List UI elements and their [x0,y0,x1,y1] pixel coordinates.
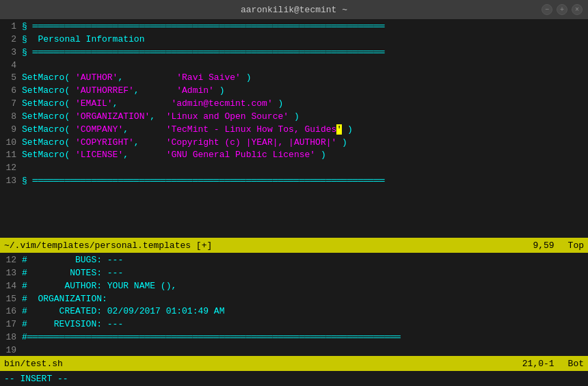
line-number: 7 [0,98,22,111]
bottom-status-scroll: Bot [568,359,584,369]
line-number: 3 [0,46,22,59]
line-content: SetMacro( 'COPYRIGHT', 'Copyright (c) |Y… [22,137,588,150]
line-content: § ══════════════════════════════════════… [22,175,588,188]
line-number: 6 [0,85,22,98]
table-row: 12# BUGS: --- [0,254,588,267]
line-number: 2 [0,33,22,46]
cmdline-text: -- INSERT -- [4,374,68,384]
line-number: 17 [0,318,22,331]
bottom-status-pos: 21,0-1 [522,359,554,369]
table-row: 7SetMacro( 'EMAIL', 'admin@tecmint.com' … [0,98,588,111]
line-content: # CREATED: 02/09/2017 01:01:49 AM [22,305,588,318]
top-code-area[interactable]: 1§ ═════════════════════════════════════… [0,19,588,238]
line-number: 19 [0,344,22,356]
pane-bottom: 12# BUGS: ---13# NOTES: ---14# AUTHOR: Y… [0,253,588,386]
titlebar-controls[interactable]: − + × [542,4,583,15]
line-content: #═══════════════════════════════════════… [22,331,588,344]
line-content: # AUTHOR: YOUR NAME (), [22,280,588,293]
table-row: 19 [0,344,588,356]
table-row: 5SetMacro( 'AUTHOR', 'Ravi Saive' ) [0,72,588,85]
line-content: SetMacro( 'COMPANY', 'TecMint - Linux Ho… [22,124,588,137]
line-number: 16 [0,305,22,318]
table-row: 9SetMacro( 'COMPANY', 'TecMint - Linux H… [0,124,588,137]
minimize-button[interactable]: − [542,4,552,15]
pane-top: 1§ ═════════════════════════════════════… [0,19,588,253]
table-row: 14# AUTHOR: YOUR NAME (), [0,280,588,293]
line-number: 12 [0,162,22,175]
line-number: 13 [0,175,22,188]
line-content: § ══════════════════════════════════════… [22,20,588,33]
top-status-scroll: Top [568,240,584,251]
line-number: 12 [0,254,22,267]
line-content: SetMacro( 'AUTHORREF', 'Admin' ) [22,85,588,98]
table-row: 11SetMacro( 'LICENSE', 'GNU General Publ… [0,149,588,162]
table-row: 13# NOTES: --- [0,267,588,280]
top-status-bar: ~/.vim/templates/personal.templates [+] … [0,238,588,253]
table-row: 6SetMacro( 'AUTHORREF', 'Admin' ) [0,85,588,98]
bottom-code-area[interactable]: 12# BUGS: ---13# NOTES: ---14# AUTHOR: Y… [0,253,588,356]
line-number: 9 [0,124,22,137]
table-row: 3§ ═════════════════════════════════════… [0,46,588,59]
line-number: 8 [0,111,22,124]
table-row: 18#═════════════════════════════════════… [0,331,588,344]
maximize-button[interactable]: + [557,4,567,15]
line-content: # BUGS: --- [22,254,588,267]
line-content: SetMacro( 'EMAIL', 'admin@tecmint.com' ) [22,98,588,111]
line-content: # ORGANIZATION: [22,293,588,306]
line-number: 13 [0,267,22,280]
line-content: SetMacro( 'AUTHOR', 'Ravi Saive' ) [22,72,588,85]
line-content: # NOTES: --- [22,267,588,280]
table-row: 10SetMacro( 'COPYRIGHT', 'Copyright (c) … [0,137,588,150]
table-row: 12 [0,162,588,175]
line-content: # REVISION: --- [22,318,588,331]
top-status-filename: ~/.vim/templates/personal.templates [+] [4,240,533,251]
titlebar: aaronkilik@tecmint ~ − + × [0,0,588,19]
line-content: § Personal Information [22,33,588,46]
titlebar-title: aaronkilik@tecmint ~ [241,5,347,15]
table-row: 17# REVISION: --- [0,318,588,331]
close-button[interactable]: × [572,4,583,15]
top-status-pos: 9,59 [533,240,554,251]
table-row: 16# CREATED: 02/09/2017 01:01:49 AM [0,305,588,318]
bottom-status-bar: bin/test.sh 21,0-1 Bot [0,356,588,371]
table-row: 8SetMacro( 'ORGANIZATION', 'Linux and Op… [0,111,588,124]
table-row: 1§ ═════════════════════════════════════… [0,20,588,33]
bottom-status-filename: bin/test.sh [4,359,522,369]
table-row: 2§ Personal Information [0,33,588,46]
line-number: 18 [0,331,22,344]
line-content: § ══════════════════════════════════════… [22,46,588,59]
cursor: ' [336,124,342,135]
line-number: 5 [0,72,22,85]
table-row: 15# ORGANIZATION: [0,293,588,306]
line-number: 10 [0,137,22,150]
line-content: SetMacro( 'ORGANIZATION', 'Linux and Ope… [22,111,588,124]
line-content: SetMacro( 'LICENSE', 'GNU General Public… [22,149,588,162]
editor: 1§ ═════════════════════════════════════… [0,19,588,386]
table-row: 4 [0,59,588,72]
line-number: 14 [0,280,22,293]
cmdline: -- INSERT -- [0,371,588,386]
line-number: 4 [0,59,22,72]
line-number: 15 [0,293,22,306]
table-row: 13§ ════════════════════════════════════… [0,175,588,188]
line-number: 1 [0,20,22,33]
line-number: 11 [0,149,22,162]
